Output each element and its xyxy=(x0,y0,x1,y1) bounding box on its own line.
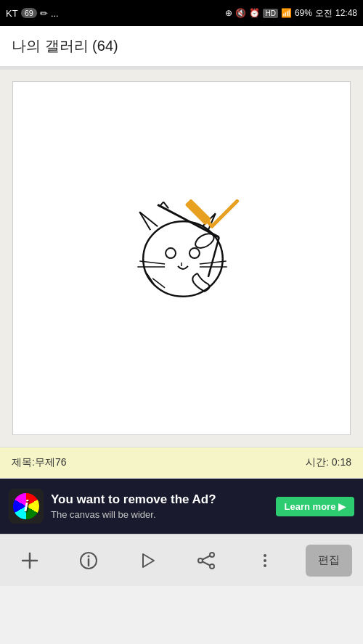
drawing-time: 시간: 0:18 xyxy=(306,456,351,469)
play-button[interactable] xyxy=(129,542,166,579)
svg-point-23 xyxy=(87,555,89,557)
wifi-icon: 📶 xyxy=(281,8,292,18)
svg-point-30 xyxy=(264,554,266,557)
mute-icon: 🔇 xyxy=(235,8,246,18)
ad-text-area: You want to remove the Ad? The canvas wi… xyxy=(51,492,269,519)
bottom-toolbar: 편집 xyxy=(0,534,363,586)
ad-banner: i You want to remove the Ad? The canvas … xyxy=(0,479,363,534)
svg-line-28 xyxy=(203,556,210,559)
drawing-title: 제목:무제76 xyxy=(12,456,66,469)
time-label: 12:48 xyxy=(335,8,357,18)
svg-point-5 xyxy=(166,248,176,258)
play-icon xyxy=(137,550,158,571)
svg-line-1 xyxy=(139,212,150,230)
share-button[interactable] xyxy=(188,542,224,579)
svg-line-12 xyxy=(208,237,219,277)
share-icon xyxy=(196,550,216,571)
svg-point-31 xyxy=(264,559,266,562)
app-badge: 69 xyxy=(21,8,37,18)
more-button[interactable] xyxy=(247,542,283,579)
svg-marker-24 xyxy=(143,554,154,567)
info-bar: 제목:무제76 시간: 0:18 xyxy=(0,447,363,479)
svg-line-2 xyxy=(139,212,158,226)
ad-subtitle: The canvas will be wider. xyxy=(51,509,269,520)
dots-icon: ... xyxy=(51,8,59,19)
battery-label: 69% xyxy=(295,8,312,18)
page-title: 나의 갤러리 (64) xyxy=(12,36,118,56)
ad-icon: i xyxy=(9,489,44,524)
ad-title: You want to remove the Ad? xyxy=(51,492,269,507)
drawing-svg xyxy=(13,82,350,434)
add-button[interactable] xyxy=(12,542,48,579)
plus-icon xyxy=(20,550,40,571)
svg-line-11 xyxy=(158,205,219,237)
alarm-icon: ⏰ xyxy=(249,8,260,18)
cast-icon: ⊕ xyxy=(225,8,232,18)
edit-icon: ✏ xyxy=(40,8,48,19)
title-bar: 나의 갤러리 (64) xyxy=(0,26,363,67)
status-bar: KT 69 ✏ ... ⊕ 🔇 ⏰ HD 📶 69% 오전 12:48 xyxy=(0,0,363,26)
svg-point-6 xyxy=(189,248,200,258)
edit-label: 편집 xyxy=(318,553,340,567)
am-label: 오전 xyxy=(315,7,333,20)
info-button[interactable] xyxy=(70,542,107,579)
svg-line-29 xyxy=(203,561,210,565)
carrier-label: KT xyxy=(6,8,18,19)
ad-icon-letter: i xyxy=(24,497,28,516)
drawing-canvas[interactable] xyxy=(12,81,351,435)
svg-point-32 xyxy=(264,564,266,567)
svg-line-17 xyxy=(160,202,163,206)
hd-icon: HD xyxy=(263,9,277,18)
canvas-container xyxy=(0,70,363,447)
svg-point-27 xyxy=(210,564,214,569)
svg-point-25 xyxy=(210,553,214,557)
svg-point-26 xyxy=(198,558,203,563)
edit-button[interactable]: 편집 xyxy=(306,545,352,577)
svg-line-15 xyxy=(152,278,165,288)
info-icon xyxy=(78,550,99,571)
learn-more-button[interactable]: Learn more ▶ xyxy=(276,497,354,516)
more-icon xyxy=(255,550,275,571)
